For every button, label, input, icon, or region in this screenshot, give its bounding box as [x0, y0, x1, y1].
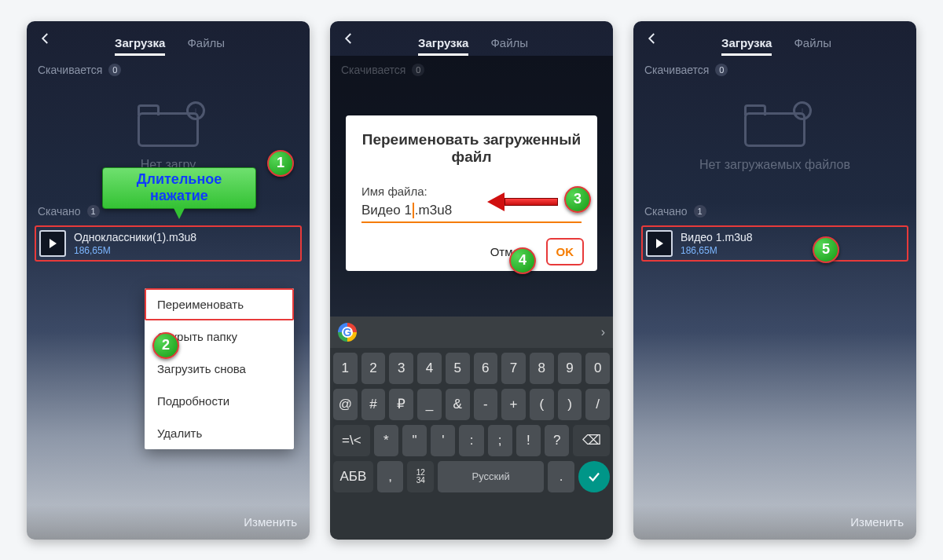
key[interactable]: *	[374, 425, 398, 456]
ctx-details[interactable]: Подробности	[145, 385, 294, 417]
input-text-b: .m3u8	[415, 203, 452, 218]
count-downloading: 0	[108, 64, 121, 76]
key[interactable]: ?	[545, 425, 569, 456]
tab-download[interactable]: Загрузка	[721, 36, 772, 56]
file-size: 186,65M	[681, 245, 753, 256]
context-menu: Переименовать Открыть папку Загрузить сн…	[145, 288, 294, 449]
video-file-icon	[646, 230, 673, 257]
dialog-actions: Отмена OK	[361, 240, 582, 263]
arrow-icon	[487, 194, 558, 210]
key[interactable]: #	[361, 389, 386, 420]
file-item[interactable]: Одноклассники(1).m3u8 186,65M	[35, 225, 302, 262]
label-downloaded: Скачано	[38, 205, 81, 218]
key[interactable]: .	[548, 461, 574, 492]
back-button[interactable]	[31, 24, 60, 53]
key-enter[interactable]	[578, 461, 610, 492]
key[interactable]: 12 34	[407, 461, 434, 492]
tabs: Загрузка Файлы	[418, 21, 528, 56]
label-downloading: Скачивается	[644, 64, 709, 76]
step-badge-2: 2	[152, 332, 179, 359]
input-text-a: Видео 1	[361, 203, 412, 218]
step-badge-1: 1	[267, 150, 294, 177]
screen-2: Загрузка Файлы Скачивается 0 186,65M Пер…	[330, 21, 613, 540]
keyboard-rows: 1234567890 @#₽_&-+()/ =\<*"':;!?⌫ АБВ,12…	[330, 348, 613, 540]
edit-button[interactable]: Изменить	[850, 515, 904, 529]
section-downloading: Скачивается 0	[27, 56, 310, 79]
step-badge-5: 5	[813, 236, 839, 263]
tab-download[interactable]: Загрузка	[115, 36, 165, 56]
file-item[interactable]: Видео 1.m3u8 186,65M	[641, 225, 908, 262]
screen-1: Загрузка Файлы Скачивается 0 ↓ Нет загру…	[27, 21, 310, 540]
count-downloaded: 1	[694, 205, 706, 218]
chevron-right-icon[interactable]: ›	[601, 325, 605, 339]
edit-button[interactable]: Изменить	[244, 515, 297, 529]
key[interactable]: 6	[474, 353, 498, 384]
count-downloading: 0	[715, 64, 728, 76]
top-bar: Загрузка Файлы	[27, 21, 310, 56]
key[interactable]: 1	[333, 353, 358, 384]
key[interactable]: 9	[558, 353, 582, 384]
key[interactable]: !	[516, 425, 541, 456]
ok-button[interactable]: OK	[549, 240, 582, 263]
top-bar: Загрузка Файлы	[633, 21, 916, 56]
input-caret	[413, 203, 414, 218]
key[interactable]: @	[333, 389, 358, 420]
rename-dialog: Переименовать загруженный файл Имя файла…	[346, 115, 597, 271]
ctx-rename[interactable]: Переименовать	[145, 288, 294, 320]
key[interactable]: =\<	[333, 425, 370, 456]
key[interactable]: 8	[530, 353, 554, 384]
key[interactable]: АБВ	[333, 461, 373, 492]
key[interactable]: (	[530, 389, 554, 420]
file-name: Одноклассники(1).m3u8	[74, 231, 196, 243]
file-meta: Одноклассники(1).m3u8 186,65M	[74, 231, 196, 256]
tab-files[interactable]: Файлы	[794, 36, 831, 56]
tab-download[interactable]: Загрузка	[418, 36, 468, 56]
tab-files[interactable]: Файлы	[187, 36, 225, 56]
key[interactable]: 3	[389, 353, 413, 384]
screen-3: Загрузка Файлы Скачивается 0 ↓ Нет загру…	[633, 21, 916, 540]
file-size: 186,65M	[74, 245, 196, 256]
bottom-bar: Изменить	[27, 505, 310, 540]
tabs: Загрузка Файлы	[721, 21, 831, 56]
folder-download-icon: ↓	[744, 104, 805, 147]
key[interactable]: 4	[417, 353, 442, 384]
key[interactable]: ₽	[389, 389, 413, 420]
bottom-bar: Изменить	[633, 505, 916, 540]
suggestion-bar[interactable]: G ›	[330, 317, 613, 348]
key[interactable]: &	[446, 389, 470, 420]
key[interactable]: :	[459, 425, 483, 456]
key[interactable]: -	[474, 389, 498, 420]
key[interactable]: "	[402, 425, 427, 456]
key[interactable]: 0	[585, 353, 610, 384]
key[interactable]: _	[417, 389, 442, 420]
key[interactable]: 5	[446, 353, 470, 384]
step-badge-4: 4	[509, 247, 536, 274]
section-downloaded: Скачано 1	[633, 197, 916, 221]
key[interactable]: /	[585, 389, 610, 420]
back-button[interactable]	[638, 24, 666, 53]
key[interactable]: )	[558, 389, 582, 420]
tab-files[interactable]: Файлы	[490, 36, 528, 56]
folder-download-icon: ↓	[138, 104, 199, 147]
tabs: Загрузка Файлы	[115, 21, 225, 56]
key[interactable]: ,	[377, 461, 404, 492]
back-button[interactable]	[335, 24, 363, 53]
keyboard[interactable]: G › 1234567890 @#₽_&-+()/ =\<*"':;!?⌫ АБ…	[330, 317, 613, 540]
top-bar: Загрузка Файлы	[330, 21, 613, 56]
key[interactable]: +	[501, 389, 526, 420]
file-name: Видео 1.m3u8	[681, 231, 753, 243]
google-icon[interactable]: G	[338, 323, 357, 342]
key[interactable]: 2	[361, 353, 386, 384]
key[interactable]: ;	[488, 425, 512, 456]
key[interactable]: Русский	[438, 461, 544, 492]
count-downloaded: 1	[87, 205, 100, 218]
label-downloaded: Скачано	[644, 205, 688, 218]
empty-text: Нет загружаемых файлов	[699, 158, 850, 172]
key[interactable]: '	[431, 425, 455, 456]
hint-long-press: Длительное нажатие	[102, 167, 256, 209]
key[interactable]: ⌫	[573, 425, 610, 456]
dialog-title: Переименовать загруженный файл	[361, 131, 582, 166]
key[interactable]: 7	[501, 353, 526, 384]
file-meta: Видео 1.m3u8 186,65M	[681, 231, 753, 256]
ctx-delete[interactable]: Удалить	[145, 417, 294, 449]
